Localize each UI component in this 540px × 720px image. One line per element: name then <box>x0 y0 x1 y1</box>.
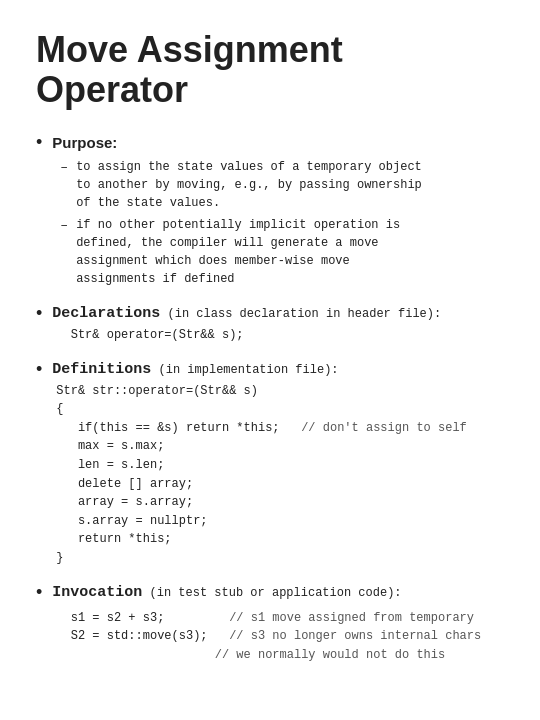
slide-title: Move Assignment Operator <box>36 30 504 109</box>
purpose-section: • Purpose: – to assign the state values … <box>36 131 504 288</box>
declarations-label: Declarations <box>52 305 160 322</box>
slide: Move Assignment Operator • Purpose: – to… <box>0 0 540 720</box>
invocation-section: • Invocation (in test stub or applicatio… <box>36 581 504 664</box>
bullet-invocation: • <box>36 579 42 607</box>
definitions-content: Definitions (in implementation file): St… <box>52 358 504 567</box>
declarations-suffix: (in class declaration in header file): <box>160 307 441 321</box>
invocation-suffix: (in test stub or application code): <box>142 586 401 600</box>
bullet-purpose: • <box>36 129 42 157</box>
bullet-definitions: • <box>36 356 42 384</box>
dash-2: – <box>60 216 68 236</box>
purpose-text-1: to assign the state values of a temporar… <box>76 158 422 212</box>
purpose-content: Purpose: – to assign the state values of… <box>52 131 504 288</box>
purpose-bullet-2: – if no other potentially implicit opera… <box>60 216 504 288</box>
dash-1: – <box>60 158 68 178</box>
declarations-content: Declarations (in class declaration in he… <box>52 302 504 344</box>
declarations-code: Str& operator=(Str&& s); <box>56 326 504 345</box>
definitions-section: • Definitions (in implementation file): … <box>36 358 504 567</box>
bullet-declarations: • <box>36 300 42 328</box>
invocation-label: Invocation <box>52 584 142 601</box>
definitions-code: Str& str::operator=(Str&& s) { if(this =… <box>56 382 504 568</box>
purpose-text-2: if no other potentially implicit operati… <box>76 216 400 288</box>
purpose-label: Purpose: <box>52 134 117 151</box>
definitions-suffix: (in implementation file): <box>151 363 338 377</box>
slide-content: • Purpose: – to assign the state values … <box>36 131 504 696</box>
declarations-section: • Declarations (in class declaration in … <box>36 302 504 344</box>
invocation-content: Invocation (in test stub or application … <box>52 581 504 664</box>
invocation-code: s1 = s2 + s3; // s1 move assigned from t… <box>56 609 504 665</box>
purpose-bullet-1: – to assign the state values of a tempor… <box>60 158 504 212</box>
definitions-label: Definitions <box>52 361 151 378</box>
